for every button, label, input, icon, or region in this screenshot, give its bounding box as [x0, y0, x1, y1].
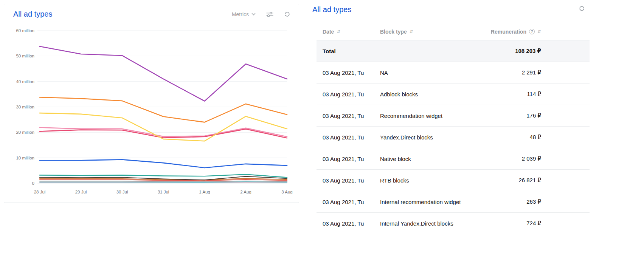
cell-remuneration: 724 ₽ [485, 220, 590, 227]
cell-block-type: Internal recommendation widget [380, 199, 485, 205]
cell-date: 03 Aug 2021, Tu [317, 156, 380, 162]
cell-block-type: RTB blocks [380, 177, 485, 184]
column-header-date[interactable]: Date⇵ [317, 29, 380, 35]
table-card-title[interactable]: All ad types [312, 5, 351, 14]
cell-block-type: Yandex.Direct blocks [380, 134, 485, 141]
chart-controls: Metrics [232, 11, 290, 17]
cell-remuneration: 263 ₽ [485, 198, 590, 205]
column-header-label: Date [323, 29, 334, 35]
data-table: Date⇵Block type⇵Remuneration?⇵ Total108 … [317, 23, 590, 234]
cell-block-type: Recommendation widget [380, 113, 485, 119]
cell-remuneration: 176 ₽ [485, 112, 590, 119]
cell-remuneration: 26 821 ₽ [485, 177, 590, 184]
sort-icon: ⇵ [337, 29, 340, 34]
table-card-header: All ad types [307, 0, 590, 14]
column-header-label: Block type [380, 29, 407, 35]
x-tick-label: 2 Aug [240, 190, 251, 194]
table-row: 03 Aug 2021, TuInternal recommendation w… [317, 191, 590, 213]
table-row: 03 Aug 2021, TuNA2 291 ₽ [317, 62, 590, 84]
x-axis-labels: 28 Jul29 Jul30 Jul31 Jul1 Aug2 Aug3 Aug [34, 190, 293, 194]
chart-series-cyan [40, 182, 287, 182]
cell-total-label: Total [317, 48, 380, 54]
table-row: 03 Aug 2021, TuYandex.Direct blocks48 ₽ [317, 127, 590, 148]
cell-block-type: Native block [380, 156, 485, 162]
table-row: 03 Aug 2021, TuNative block2 039 ₽ [317, 148, 590, 170]
x-tick-label: 1 Aug [199, 190, 210, 194]
line-chart: 010 million20 million30 million40 millio… [6, 20, 295, 199]
table-row: 03 Aug 2021, TuRTB blocks26 821 ₽ [317, 170, 590, 191]
cell-date: 03 Aug 2021, Tu [317, 91, 380, 97]
cell-date: 03 Aug 2021, Tu [317, 70, 380, 76]
table-body: Total108 203 ₽03 Aug 2021, TuNA2 291 ₽03… [317, 40, 590, 234]
x-tick-label: 28 Jul [34, 190, 46, 194]
refresh-icon[interactable] [284, 11, 290, 17]
table-header-row: Date⇵Block type⇵Remuneration?⇵ [317, 23, 590, 40]
help-icon[interactable]: ? [529, 29, 535, 34]
chevron-down-icon [251, 13, 256, 15]
chart-series-orange [40, 97, 287, 122]
chart-series-blue [40, 159, 287, 168]
y-tick-label: 60 million [16, 28, 34, 33]
cell-date: 03 Aug 2021, Tu [317, 199, 380, 205]
table-row-total: Total108 203 ₽ [317, 40, 590, 62]
chart-card: All ad types Metrics [4, 4, 299, 203]
cell-date: 03 Aug 2021, Tu [317, 177, 380, 184]
table-row: 03 Aug 2021, TuInternal Yandex.Direct bl… [317, 213, 590, 234]
y-tick-label: 50 million [16, 54, 34, 58]
line-chart-svg: 010 million20 million30 million40 millio… [6, 20, 295, 198]
cell-block-type: NA [380, 70, 485, 76]
metrics-dropdown-label: Metrics [232, 11, 249, 17]
y-tick-label: 10 million [16, 156, 34, 160]
cell-date: 03 Aug 2021, Tu [317, 134, 380, 141]
x-tick-label: 29 Jul [75, 190, 87, 194]
chart-series-pink [40, 128, 287, 137]
column-header-block-type[interactable]: Block type⇵ [380, 29, 485, 35]
y-tick-label: 40 million [16, 79, 34, 84]
y-tick-label: 30 million [16, 105, 34, 109]
cell-remuneration: 108 203 ₽ [485, 48, 590, 54]
sort-icon: ⇵ [537, 29, 541, 34]
metrics-dropdown[interactable]: Metrics [232, 11, 256, 17]
y-tick-label: 0 [32, 181, 34, 186]
chart-card-header: All ad types Metrics [4, 4, 299, 19]
refresh-icon[interactable] [579, 5, 585, 12]
cell-block-type: Internal Yandex.Direct blocks [380, 220, 485, 227]
cell-remuneration: 2 291 ₽ [485, 69, 590, 76]
sort-icon: ⇵ [410, 29, 413, 34]
sliders-icon[interactable] [266, 11, 273, 17]
x-tick-label: 3 Aug [281, 190, 292, 194]
cell-remuneration: 48 ₽ [485, 134, 590, 141]
column-header-label: Remuneration [491, 29, 526, 35]
x-tick-label: 30 Jul [116, 190, 128, 194]
cell-block-type: Adblock blocks [380, 91, 485, 97]
cell-remuneration: 2 039 ₽ [485, 155, 590, 162]
cell-date: 03 Aug 2021, Tu [317, 220, 380, 227]
column-header-remuneration[interactable]: Remuneration?⇵ [485, 29, 590, 35]
table-row: 03 Aug 2021, TuRecommendation widget176 … [317, 105, 590, 127]
chart-series-purple [40, 46, 287, 101]
chart-card-title[interactable]: All ad types [13, 10, 52, 19]
y-tick-label: 20 million [16, 130, 34, 135]
cell-date: 03 Aug 2021, Tu [317, 113, 380, 119]
table-card: All ad types Date⇵Block type⇵Remuneratio… [307, 0, 590, 263]
table-row: 03 Aug 2021, TuAdblock blocks114 ₽ [317, 84, 590, 105]
cell-remuneration: 114 ₽ [485, 91, 590, 97]
x-tick-label: 31 Jul [158, 190, 169, 194]
